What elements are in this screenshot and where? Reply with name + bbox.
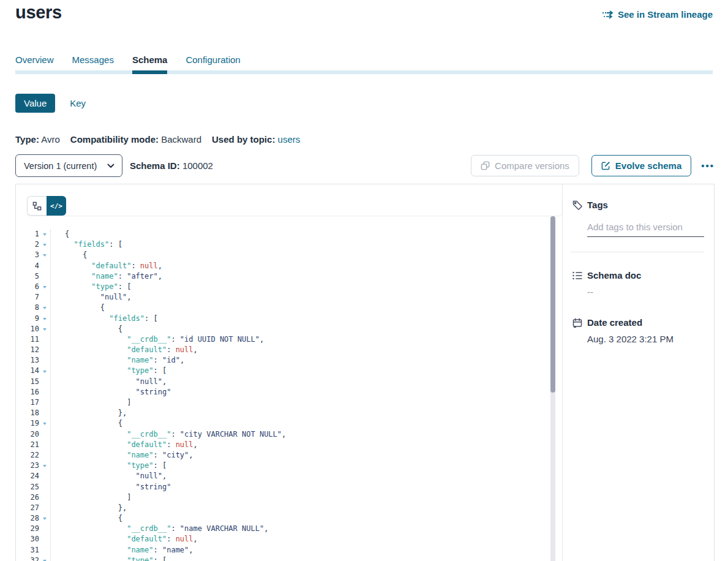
- code-text: "type": [: [51, 282, 131, 292]
- schema-code-pane: </> 1{2 "fields": [3 {4 "default": null,…: [16, 184, 563, 561]
- key-toggle-button[interactable]: Key: [70, 98, 86, 108]
- line-number: 26: [16, 492, 39, 503]
- calendar-plus-icon: [572, 318, 582, 328]
- line-number: 24: [16, 471, 39, 481]
- fold-gutter: [39, 545, 51, 555]
- code-line: 2 "fields": [: [16, 239, 562, 250]
- tab-overview[interactable]: Overview: [15, 55, 54, 70]
- fold-toggle-icon[interactable]: [39, 461, 51, 471]
- fold-toggle-icon[interactable]: [39, 229, 51, 239]
- version-select[interactable]: Version 1 (current): [15, 154, 122, 177]
- evolve-schema-button[interactable]: Evolve schema: [591, 155, 691, 176]
- topic-link[interactable]: users: [278, 134, 301, 145]
- code-line: 30 "default": null,: [16, 534, 562, 544]
- code-line: 29 "__crdb__": "name VARCHAR NULL",: [16, 524, 562, 534]
- fold-toggle-icon[interactable]: [39, 239, 51, 250]
- tree-view-icon: [32, 201, 42, 211]
- line-number: 15: [16, 377, 39, 387]
- compare-versions-button[interactable]: Compare versions: [471, 155, 579, 176]
- tags-section-title: Tags: [572, 200, 704, 210]
- evolve-schema-icon: [601, 161, 610, 170]
- line-number: 10: [16, 324, 39, 334]
- code-line: 1{: [16, 229, 562, 239]
- line-number: 20: [16, 429, 39, 440]
- compare-versions-icon: [481, 161, 490, 170]
- fold-toggle-icon[interactable]: [39, 324, 51, 334]
- fold-toggle-icon[interactable]: [39, 282, 51, 292]
- line-number: 6: [16, 282, 39, 292]
- schema-controls: Version 1 (current) Schema ID: 100002 Co…: [15, 154, 715, 177]
- line-number: 12: [16, 345, 39, 355]
- line-number: 9: [16, 314, 39, 324]
- code-text: "null",: [51, 292, 131, 303]
- fold-gutter: [39, 524, 51, 534]
- code-text: "fields": [: [51, 314, 158, 324]
- code-line: 13 "name": "id",: [16, 355, 562, 366]
- fold-toggle-icon[interactable]: [39, 555, 51, 561]
- fold-toggle-icon[interactable]: [39, 314, 51, 324]
- tab-configuration[interactable]: Configuration: [186, 55, 240, 70]
- code-text: ]: [51, 492, 131, 503]
- line-number: 23: [16, 461, 39, 471]
- code-line: 31 "name": "name",: [16, 545, 562, 555]
- code-line: 10 {: [16, 324, 562, 334]
- tab-bar: Overview Messages Schema Configuration: [15, 55, 713, 74]
- fold-gutter: [39, 271, 51, 282]
- line-number: 8: [16, 303, 39, 313]
- code-lines: 1{2 "fields": [3 {4 "default": null,5 "n…: [16, 229, 562, 561]
- code-view-button[interactable]: </>: [47, 196, 66, 216]
- fold-toggle-icon[interactable]: [39, 303, 51, 313]
- line-number: 22: [16, 450, 39, 461]
- line-number: 11: [16, 334, 39, 345]
- code-line: 22 "name": "city",: [16, 450, 562, 461]
- compatibility-mode-value: Backward: [161, 134, 201, 145]
- code-line: 16 "string": [16, 387, 562, 397]
- code-text: "default": null,: [51, 534, 198, 544]
- stream-lineage-link[interactable]: See in Stream lineage: [602, 9, 713, 20]
- tags-input[interactable]: [587, 222, 704, 237]
- stream-lineage-icon: [602, 10, 614, 19]
- tab-schema[interactable]: Schema: [132, 55, 168, 70]
- code-scrollbar-thumb[interactable]: [550, 216, 555, 393]
- code-line: 11 "__crdb__": "id UUID NOT NULL",: [16, 334, 562, 345]
- code-line: 5 "name": "after",: [16, 271, 562, 282]
- line-number: 4: [16, 261, 39, 271]
- tags-title: Tags: [587, 200, 608, 210]
- code-line: 18 },: [16, 408, 562, 418]
- fold-gutter: [39, 408, 51, 418]
- code-line: 21 "default": null,: [16, 440, 562, 450]
- tree-view-button[interactable]: [27, 196, 47, 216]
- compatibility-mode-label: Compatibility mode:: [70, 134, 159, 145]
- fold-toggle-icon[interactable]: [39, 418, 51, 429]
- fold-toggle-icon[interactable]: [39, 366, 51, 376]
- fold-gutter: [39, 534, 51, 544]
- code-text: {: [51, 250, 87, 260]
- line-number: 17: [16, 397, 39, 408]
- line-number: 19: [16, 418, 39, 429]
- line-number: 3: [16, 250, 39, 260]
- value-toggle-button[interactable]: Value: [15, 94, 55, 113]
- fold-gutter: [39, 471, 51, 481]
- code-line: 15 "null",: [16, 377, 562, 387]
- tab-underline-track: [15, 70, 713, 74]
- list-icon: [572, 271, 582, 280]
- fold-toggle-icon[interactable]: [39, 513, 51, 524]
- tab-messages[interactable]: Messages: [72, 55, 114, 70]
- code-text: },: [51, 408, 127, 418]
- code-line: 20 "__crdb__": "city VARCHAR NOT NULL",: [16, 429, 562, 440]
- fold-toggle-icon[interactable]: [39, 250, 51, 260]
- code-text: "type": [: [51, 555, 167, 561]
- code-text: "default": null,: [51, 345, 198, 355]
- code-line: 3 {: [16, 250, 562, 260]
- page-title: users: [15, 2, 62, 23]
- code-line: 12 "default": null,: [16, 345, 562, 355]
- code-text: {: [51, 229, 69, 239]
- fold-gutter: [39, 482, 51, 492]
- sidebar-divider: [571, 252, 704, 252]
- code-line: 24 "null",: [16, 471, 562, 481]
- more-options-button[interactable]: •••: [701, 160, 715, 171]
- code-text: {: [51, 418, 122, 429]
- line-number: 28: [16, 513, 39, 524]
- line-number: 16: [16, 387, 39, 397]
- line-number: 25: [16, 482, 39, 492]
